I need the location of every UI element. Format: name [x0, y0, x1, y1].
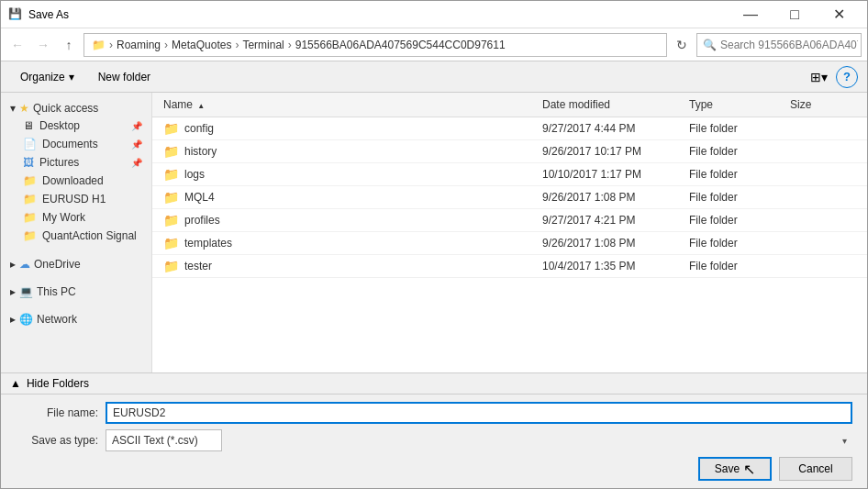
refresh-button[interactable]: ↻ — [671, 34, 693, 56]
header-date[interactable]: Date modified — [539, 96, 685, 113]
sidebar-desktop-label: Desktop — [39, 119, 80, 132]
file-name-value: logs — [184, 168, 205, 181]
sidebar-item-desktop[interactable]: 🖥 Desktop 📌 — [1, 117, 151, 135]
save-as-type-select[interactable]: ASCII Text (*.csv) — [106, 429, 222, 451]
help-button[interactable]: ? — [836, 66, 858, 88]
sidebar-section-onedrive[interactable]: ▸ ☁ OneDrive — [1, 252, 151, 272]
sidebar-downloaded-label: Downloaded — [42, 174, 104, 187]
table-row[interactable]: 📁 config 9/27/2017 4:44 PM File folder — [152, 117, 867, 140]
maximize-button[interactable]: □ — [773, 1, 816, 28]
save-as-dialog: 💾 Save As — □ ✕ ← → ↑ 📁 › Roaming › Meta… — [0, 0, 868, 489]
save-as-type-wrapper: ASCII Text (*.csv) ▾ — [106, 429, 852, 451]
pictures-pin-icon: 📌 — [131, 158, 142, 168]
sidebar-item-quant-action[interactable]: 📁 QuantAction Signal — [1, 227, 151, 245]
sidebar-item-downloaded[interactable]: 📁 Downloaded — [1, 172, 151, 190]
table-row[interactable]: 📁 templates 9/26/2017 1:08 PM File folde… — [152, 232, 867, 255]
documents-icon: 📄 — [23, 138, 37, 150]
sidebar-documents-label: Documents — [42, 138, 98, 150]
sidebar: ▾ ★ Quick access 🖥 Desktop 📌 📄 Documents… — [1, 93, 152, 372]
onedrive-chevron-icon: ▸ — [10, 258, 16, 271]
sidebar-eurusd-label: EURUSD H1 — [42, 193, 106, 206]
dialog-title: Save As — [28, 8, 729, 21]
sidebar-item-documents[interactable]: 📄 Documents 📌 — [1, 135, 151, 153]
forward-button[interactable]: → — [32, 34, 54, 56]
address-path[interactable]: 📁 › Roaming › MetaQuotes › Terminal › 91… — [83, 33, 667, 57]
file-name-cell: 📁 profiles — [160, 211, 539, 229]
dialog-icon: 💾 — [8, 7, 23, 22]
up-button[interactable]: ↑ — [58, 34, 80, 56]
new-folder-button[interactable]: New folder — [88, 65, 161, 89]
header-name[interactable]: Name ▲ — [160, 96, 539, 113]
minimize-button[interactable]: — — [729, 1, 772, 28]
title-bar-controls: — □ ✕ — [729, 1, 860, 28]
folder-icon: 📁 — [163, 121, 179, 136]
title-bar: 💾 Save As — □ ✕ — [1, 1, 867, 28]
sort-arrow-icon: ▲ — [197, 102, 205, 110]
thispc-chevron-icon: ▸ — [10, 285, 16, 298]
file-name-cell: 📁 history — [160, 142, 539, 161]
file-type-cell: File folder — [685, 120, 786, 137]
file-rows-container: 📁 config 9/27/2017 4:44 PM File folder 📁… — [152, 117, 867, 278]
header-type[interactable]: Type — [685, 96, 786, 113]
folder-icon: 📁 — [163, 236, 179, 250]
file-list: Name ▲ Date modified Type Size 📁 config — [152, 93, 867, 372]
main-content: ▾ ★ Quick access 🖥 Desktop 📌 📄 Documents… — [1, 93, 867, 372]
bottom-section: File name: Save as type: ASCII Text (*.c… — [1, 394, 867, 488]
search-input[interactable] — [720, 39, 858, 51]
file-name-label: File name: — [16, 406, 98, 419]
file-date-cell: 9/26/2017 1:08 PM — [539, 235, 685, 251]
my-work-folder-icon: 📁 — [23, 211, 37, 224]
table-row[interactable]: 📁 tester 10/4/2017 1:35 PM File folder — [152, 255, 867, 278]
table-row[interactable]: 📁 MQL4 9/26/2017 1:08 PM File folder — [152, 186, 867, 209]
save-button[interactable]: Save ↖ — [698, 457, 772, 481]
sidebar-thispc-label: This PC — [37, 285, 76, 298]
file-name-cell: 📁 logs — [160, 165, 539, 183]
quant-folder-icon: 📁 — [23, 229, 37, 242]
organize-button[interactable]: Organize ▾ — [10, 65, 84, 89]
organize-label: Organize — [20, 71, 65, 83]
documents-pin-icon: 📌 — [131, 139, 142, 150]
breadcrumb-folder-icon: 📁 — [92, 39, 106, 51]
new-folder-label: New folder — [98, 71, 150, 83]
file-name-value: tester — [184, 260, 212, 272]
desktop-icon: 🖥 — [23, 119, 34, 132]
table-row[interactable]: 📁 logs 10/10/2017 1:17 PM File folder — [152, 163, 867, 186]
file-date-cell: 9/26/2017 1:08 PM — [539, 189, 685, 206]
file-name-input[interactable] — [106, 402, 852, 424]
file-date-cell: 10/4/2017 1:35 PM — [539, 258, 685, 274]
pictures-icon: 🖼 — [23, 156, 34, 169]
header-size[interactable]: Size — [786, 96, 860, 113]
folder-icon: 📁 — [163, 144, 179, 159]
sidebar-section-this-pc[interactable]: ▸ 💻 This PC — [1, 280, 151, 300]
save-cursor-icon: ↖ — [743, 461, 755, 478]
folder-icon: 📁 — [163, 190, 179, 205]
save-as-type-row: Save as type: ASCII Text (*.csv) ▾ — [16, 429, 852, 451]
back-button[interactable]: ← — [6, 34, 28, 56]
cancel-button[interactable]: Cancel — [779, 457, 852, 481]
hide-folders-chevron-icon: ▲ — [10, 377, 21, 390]
table-row[interactable]: 📁 profiles 9/27/2017 4:21 PM File folder — [152, 209, 867, 232]
table-row[interactable]: 📁 history 9/26/2017 10:17 PM File folder — [152, 140, 867, 163]
sidebar-item-pictures[interactable]: 🖼 Pictures 📌 — [1, 153, 151, 172]
sidebar-network-label: Network — [37, 313, 77, 326]
file-size-cell — [786, 264, 860, 268]
search-box[interactable]: 🔍 — [696, 33, 862, 57]
sidebar-section-quick-access[interactable]: ▾ ★ Quick access — [1, 96, 151, 117]
file-size-cell — [786, 150, 860, 153]
save-as-type-label: Save as type: — [16, 434, 98, 447]
view-dropdown-icon: ▾ — [821, 70, 828, 84]
breadcrumb-terminal: Terminal — [242, 39, 284, 51]
button-row: Save ↖ Cancel — [16, 457, 852, 481]
close-button[interactable]: ✕ — [818, 1, 860, 28]
sidebar-item-my-work[interactable]: 📁 My Work — [1, 208, 151, 227]
file-name-row: File name: — [16, 402, 852, 424]
view-button[interactable]: ⊞ ▾ — [805, 65, 832, 89]
sidebar-section-network[interactable]: ▸ 🌐 Network — [1, 307, 151, 328]
file-size-cell — [786, 195, 860, 199]
save-as-dropdown-icon: ▾ — [842, 436, 847, 446]
hide-folders-row[interactable]: ▲ Hide Folders — [1, 372, 867, 394]
sidebar-item-eurusd-h1[interactable]: 📁 EURUSD H1 — [1, 190, 151, 208]
file-type-cell: File folder — [685, 143, 786, 160]
sidebar-onedrive-label: OneDrive — [34, 258, 81, 271]
file-name-value: profiles — [184, 214, 220, 227]
